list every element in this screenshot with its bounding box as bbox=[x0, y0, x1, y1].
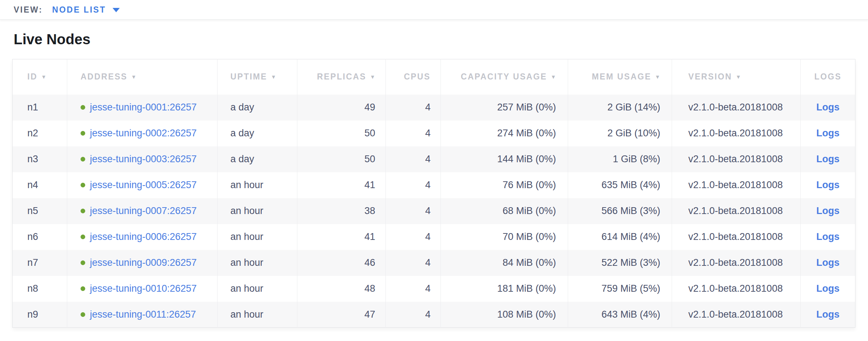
uptime-cell: an hour bbox=[217, 276, 297, 302]
column-header-label: REPLICAS bbox=[317, 72, 366, 81]
node-address-cell: jesse-tuning-0003:26257 bbox=[67, 146, 217, 172]
uptime-cell: an hour bbox=[217, 250, 297, 276]
table-row: n9jesse-tuning-0011:26257an hour474108 M… bbox=[13, 302, 855, 328]
node-address-link[interactable]: jesse-tuning-0010:26257 bbox=[90, 283, 197, 294]
logs-link[interactable]: Logs bbox=[816, 257, 840, 268]
node-address-cell: jesse-tuning-0005:26257 bbox=[67, 172, 217, 198]
replicas-cell: 49 bbox=[297, 95, 385, 121]
version-cell: v2.1.0-beta.20181008 bbox=[672, 198, 801, 224]
column-header-label: CAPACITY USAGE bbox=[461, 72, 547, 81]
node-live-status-dot bbox=[81, 183, 85, 187]
column-header-version[interactable]: VERSION▼ bbox=[672, 59, 801, 95]
logs-cell: Logs bbox=[801, 146, 855, 172]
logs-link[interactable]: Logs bbox=[816, 283, 840, 294]
replicas-cell: 48 bbox=[297, 276, 385, 302]
logs-cell: Logs bbox=[801, 172, 855, 198]
replicas-cell: 50 bbox=[297, 146, 385, 172]
uptime-cell: an hour bbox=[217, 172, 297, 198]
node-live-status-dot bbox=[81, 131, 85, 136]
column-header-label: UPTIME bbox=[230, 72, 268, 81]
cpus-cell: 4 bbox=[385, 224, 441, 250]
node-address-cell: jesse-tuning-0006:26257 bbox=[67, 224, 217, 250]
logs-link[interactable]: Logs bbox=[816, 128, 840, 138]
node-address-link[interactable]: jesse-tuning-0006:26257 bbox=[90, 231, 197, 242]
node-id-cell: n5 bbox=[13, 198, 67, 224]
node-address-link[interactable]: jesse-tuning-0005:26257 bbox=[90, 179, 197, 191]
table-row: n7jesse-tuning-0009:26257an hour46484 Mi… bbox=[13, 250, 855, 276]
column-header-mem[interactable]: MEM USAGE▼ bbox=[568, 59, 672, 95]
logs-link[interactable]: Logs bbox=[816, 309, 840, 320]
column-header-uptime[interactable]: UPTIME▼ bbox=[217, 59, 297, 95]
version-cell: v2.1.0-beta.20181008 bbox=[672, 172, 801, 198]
column-header-replicas[interactable]: REPLICAS▼ bbox=[297, 59, 385, 95]
node-address-cell: jesse-tuning-0010:26257 bbox=[67, 276, 217, 302]
node-address-link[interactable]: jesse-tuning-0011:26257 bbox=[90, 309, 196, 320]
node-address-cell: jesse-tuning-0002:26257 bbox=[67, 121, 217, 146]
version-cell: v2.1.0-beta.20181008 bbox=[672, 121, 801, 146]
node-address-cell: jesse-tuning-0007:26257 bbox=[67, 198, 217, 224]
cpus-cell: 4 bbox=[385, 146, 441, 172]
replicas-cell: 47 bbox=[297, 302, 385, 328]
column-header-address[interactable]: ADDRESS▼ bbox=[67, 59, 217, 95]
mem-usage-cell: 566 MiB (3%) bbox=[568, 198, 672, 224]
mem-usage-cell: 2 GiB (14%) bbox=[568, 95, 672, 121]
replicas-cell: 41 bbox=[297, 172, 385, 198]
uptime-cell: an hour bbox=[217, 224, 297, 250]
logs-cell: Logs bbox=[801, 302, 855, 328]
version-cell: v2.1.0-beta.20181008 bbox=[672, 146, 801, 172]
uptime-cell: a day bbox=[217, 146, 297, 172]
sort-desc-icon: ▼ bbox=[551, 74, 556, 80]
chevron-down-icon bbox=[113, 8, 120, 12]
mem-usage-cell: 635 MiB (4%) bbox=[568, 172, 672, 198]
sort-desc-icon: ▼ bbox=[655, 74, 660, 80]
node-live-status-dot bbox=[81, 105, 85, 110]
node-id-cell: n8 bbox=[13, 276, 67, 302]
node-live-status-dot bbox=[81, 235, 85, 239]
sort-desc-icon: ▼ bbox=[271, 74, 276, 80]
capacity-usage-cell: 257 MiB (0%) bbox=[441, 95, 568, 121]
cpus-cell: 4 bbox=[385, 121, 441, 146]
view-mode-dropdown[interactable]: NODE LIST bbox=[52, 5, 120, 15]
node-address-link[interactable]: jesse-tuning-0002:26257 bbox=[90, 128, 197, 139]
logs-link[interactable]: Logs bbox=[816, 179, 840, 190]
column-header-id[interactable]: ID▼ bbox=[13, 59, 67, 95]
node-live-status-dot bbox=[81, 260, 85, 265]
table-row: n1jesse-tuning-0001:26257a day494257 MiB… bbox=[13, 95, 855, 121]
table-row: n4jesse-tuning-0005:26257an hour41476 Mi… bbox=[13, 172, 855, 198]
replicas-cell: 38 bbox=[297, 198, 385, 224]
node-address-cell: jesse-tuning-0011:26257 bbox=[67, 302, 217, 328]
node-address-link[interactable]: jesse-tuning-0003:26257 bbox=[90, 154, 197, 165]
node-id-cell: n7 bbox=[13, 250, 67, 276]
table-row: n6jesse-tuning-0006:26257an hour41470 Mi… bbox=[13, 224, 855, 250]
table-row: n5jesse-tuning-0007:26257an hour38468 Mi… bbox=[13, 198, 855, 224]
sort-desc-icon: ▼ bbox=[736, 74, 741, 80]
node-address-cell: jesse-tuning-0001:26257 bbox=[67, 95, 217, 121]
uptime-cell: an hour bbox=[217, 198, 297, 224]
mem-usage-cell: 522 MiB (3%) bbox=[568, 250, 672, 276]
node-address-link[interactable]: jesse-tuning-0001:26257 bbox=[90, 102, 197, 113]
column-header-capacity[interactable]: CAPACITY USAGE▼ bbox=[441, 59, 568, 95]
logs-link[interactable]: Logs bbox=[816, 231, 840, 242]
view-label: VIEW: bbox=[14, 5, 43, 15]
version-cell: v2.1.0-beta.20181008 bbox=[672, 95, 801, 121]
logs-link[interactable]: Logs bbox=[816, 154, 840, 164]
capacity-usage-cell: 108 MiB (0%) bbox=[441, 302, 568, 328]
node-live-status-dot bbox=[81, 286, 85, 291]
table-row: n8jesse-tuning-0010:26257an hour484181 M… bbox=[13, 276, 855, 302]
cpus-cell: 4 bbox=[385, 95, 441, 121]
replicas-cell: 41 bbox=[297, 224, 385, 250]
node-address-link[interactable]: jesse-tuning-0007:26257 bbox=[90, 205, 197, 217]
node-id-cell: n3 bbox=[13, 146, 67, 172]
version-cell: v2.1.0-beta.20181008 bbox=[672, 250, 801, 276]
node-live-status-dot bbox=[81, 157, 85, 162]
column-header-logs: LOGS bbox=[801, 59, 855, 95]
capacity-usage-cell: 84 MiB (0%) bbox=[441, 250, 568, 276]
logs-cell: Logs bbox=[801, 95, 855, 121]
logs-link[interactable]: Logs bbox=[816, 205, 840, 216]
logs-cell: Logs bbox=[801, 250, 855, 276]
column-header-label: ADDRESS bbox=[81, 72, 128, 81]
sort-desc-icon: ▼ bbox=[131, 74, 137, 80]
logs-link[interactable]: Logs bbox=[816, 102, 840, 113]
node-address-link[interactable]: jesse-tuning-0009:26257 bbox=[90, 257, 197, 268]
node-live-status-dot bbox=[81, 312, 85, 317]
